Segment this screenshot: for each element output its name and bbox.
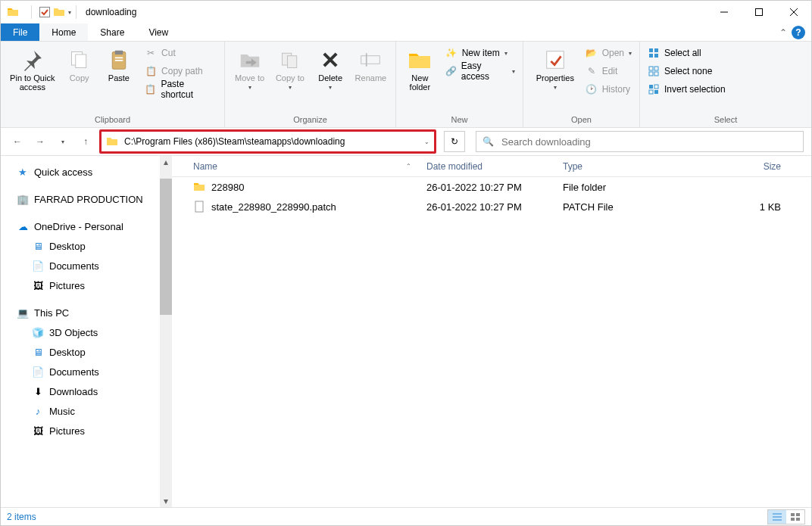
sidebar-item-thispc[interactable]: 💻This PC xyxy=(1,303,172,322)
open-icon: 📂 xyxy=(586,47,598,59)
file-icon xyxy=(193,181,205,193)
tab-file[interactable]: File xyxy=(1,23,39,41)
edit-button[interactable]: ✎Edit xyxy=(582,63,635,79)
sidebar-item-od-pictures[interactable]: 🖼Pictures xyxy=(1,275,172,295)
svg-rect-17 xyxy=(547,51,564,69)
column-header-date[interactable]: Date modified xyxy=(419,161,555,172)
maximize-button[interactable] xyxy=(742,1,776,23)
sidebar-item-pc-music[interactable]: ♪Music xyxy=(1,401,172,421)
qat-checkbox-icon[interactable] xyxy=(39,7,50,17)
sidebar-item-od-desktop[interactable]: 🖥Desktop xyxy=(1,236,172,256)
refresh-button[interactable]: ↻ xyxy=(444,131,465,152)
delete-button[interactable]: Delete▾ xyxy=(311,45,351,94)
address-bar[interactable]: ⌄ xyxy=(99,129,436,154)
svg-rect-20 xyxy=(649,54,653,58)
open-button[interactable]: 📂Open▾ xyxy=(582,45,635,61)
window-title: downloading xyxy=(86,7,136,17)
tab-view[interactable]: View xyxy=(136,23,180,41)
nav-back-button[interactable]: ← xyxy=(8,132,27,151)
history-button[interactable]: 🕑History xyxy=(582,81,635,98)
star-icon: ★ xyxy=(16,165,30,179)
nav-recent-dropdown[interactable]: ▾ xyxy=(54,132,72,151)
scroll-thumb[interactable] xyxy=(160,179,172,315)
close-button[interactable] xyxy=(776,1,811,23)
properties-button[interactable]: Properties▾ xyxy=(528,45,582,94)
sidebar-item-pc-desktop[interactable]: 🖥Desktop xyxy=(1,342,172,362)
group-open-label: Open xyxy=(528,114,635,126)
search-box[interactable]: 🔍 xyxy=(476,131,804,152)
sidebar-item-quickaccess[interactable]: ★Quick access xyxy=(1,162,172,182)
file-name: state_228980_228990.patch xyxy=(211,201,336,213)
move-to-button[interactable]: Move to▾ xyxy=(230,45,270,94)
sidebar-item-pc-pictures[interactable]: 🖼Pictures xyxy=(1,421,172,440)
file-row[interactable]: state_228980_228990.patch26-01-2022 10:2… xyxy=(172,197,811,216)
tab-share[interactable]: Share xyxy=(88,23,136,41)
select-none-button[interactable]: Select none xyxy=(645,63,729,79)
sidebar-item-onedrive[interactable]: ☁OneDrive - Personal xyxy=(1,216,172,236)
invert-selection-button[interactable]: Invert selection xyxy=(645,81,729,98)
collapse-ribbon-icon[interactable]: ⌃ xyxy=(779,27,787,38)
svg-rect-28 xyxy=(649,90,653,94)
invert-icon xyxy=(648,83,660,95)
sidebar-item-od-documents[interactable]: 📄Documents xyxy=(1,256,172,275)
file-type: PATCH File xyxy=(555,201,669,213)
column-header-type[interactable]: Type xyxy=(555,161,669,172)
easy-access-button[interactable]: 🔗Easy access▾ xyxy=(442,63,518,79)
file-type: File folder xyxy=(555,182,669,193)
scroll-down-icon[interactable]: ▾ xyxy=(160,495,172,507)
delete-icon xyxy=(318,48,342,72)
desktop-icon: 🖥 xyxy=(31,239,45,253)
history-icon: 🕑 xyxy=(586,83,598,95)
file-row[interactable]: 22898026-01-2022 10:27 PMFile folder xyxy=(172,177,811,197)
rename-icon xyxy=(358,48,383,72)
view-mode-toggle[interactable] xyxy=(767,509,805,524)
properties-icon xyxy=(543,48,567,72)
tab-home[interactable]: Home xyxy=(39,23,88,41)
address-input[interactable] xyxy=(123,135,420,148)
help-button[interactable]: ? xyxy=(792,26,805,39)
qat-dropdown-icon[interactable]: ▾ xyxy=(68,9,71,16)
copy-path-button[interactable]: 📋Copy path xyxy=(142,63,220,79)
thumbnails-view-icon[interactable] xyxy=(786,510,804,524)
sidebar-item-farrad[interactable]: 🏢FARRAD PRODUCTION xyxy=(1,189,172,209)
pictures-icon: 🖼 xyxy=(31,279,45,292)
svg-rect-2 xyxy=(756,9,763,16)
search-input[interactable] xyxy=(500,135,797,148)
cloud-icon: ☁ xyxy=(16,219,30,233)
3d-icon: 🧊 xyxy=(31,325,45,339)
paste-icon xyxy=(107,48,131,72)
column-header-name[interactable]: Name⌃ xyxy=(172,161,419,172)
rename-button[interactable]: Rename xyxy=(351,45,391,86)
address-folder-icon xyxy=(106,135,118,148)
copy-to-button[interactable]: Copy to▾ xyxy=(270,45,310,94)
file-size: 1 KB xyxy=(669,201,811,213)
sidebar-scrollbar[interactable]: ▴ ▾ xyxy=(160,156,172,507)
scroll-up-icon[interactable]: ▴ xyxy=(160,156,172,168)
nav-up-button[interactable]: ↑ xyxy=(77,132,95,151)
file-date: 26-01-2022 10:27 PM xyxy=(419,201,555,213)
paste-shortcut-button[interactable]: 📋Paste shortcut xyxy=(142,81,220,98)
pin-quick-access-button[interactable]: Pin to Quick access xyxy=(5,45,60,95)
sidebar-item-3dobjects[interactable]: 🧊3D Objects xyxy=(1,322,172,342)
status-item-count: 2 items xyxy=(7,512,36,522)
downloads-icon: ⬇ xyxy=(31,384,45,398)
group-organize-label: Organize xyxy=(230,114,391,126)
column-header-size[interactable]: Size xyxy=(669,161,811,172)
svg-rect-21 xyxy=(654,54,658,58)
copy-button[interactable]: Copy xyxy=(60,45,99,86)
cut-button[interactable]: ✂Cut xyxy=(142,45,220,61)
paste-button[interactable]: Paste xyxy=(99,45,139,86)
new-item-button[interactable]: ✨New item▾ xyxy=(442,45,518,61)
svg-rect-30 xyxy=(195,201,203,212)
sidebar-item-pc-downloads[interactable]: ⬇Downloads xyxy=(1,381,172,401)
pin-icon xyxy=(20,48,45,72)
minimize-button[interactable] xyxy=(707,1,742,23)
qat-folder-icon[interactable] xyxy=(53,6,65,18)
easyaccess-icon: 🔗 xyxy=(445,65,457,77)
select-all-button[interactable]: Select all xyxy=(645,45,729,61)
sidebar-item-pc-documents[interactable]: 📄Documents xyxy=(1,362,172,381)
details-view-icon[interactable] xyxy=(768,510,786,524)
new-folder-button[interactable]: New folder xyxy=(401,45,439,95)
nav-forward-button[interactable]: → xyxy=(31,132,49,151)
address-dropdown-icon[interactable]: ⌄ xyxy=(424,139,429,145)
